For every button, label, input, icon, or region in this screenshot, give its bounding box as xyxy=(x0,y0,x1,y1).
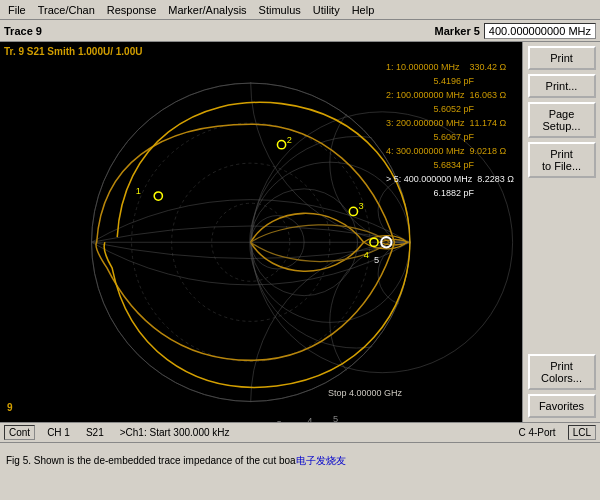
status-mode: Cont xyxy=(4,425,35,440)
button-panel: Print Print... PageSetup... Printto File… xyxy=(522,42,600,422)
chart-area: Tr. 9 S21 Smith 1.000U/ 1.00U xyxy=(0,42,522,422)
trace-title: Trace 9 xyxy=(4,25,42,37)
status-start: >Ch1: Start 300.000 kHz xyxy=(116,427,234,438)
menu-utility[interactable]: Utility xyxy=(307,3,346,17)
marker-data-overlay: 1: 10.000000 MHz 330.42 Ω 5.4196 pF 2: 1… xyxy=(386,60,514,200)
menu-trace-chan[interactable]: Trace/Chan xyxy=(32,3,101,17)
caption: Fig 5. Shown is the de-embedded trace im… xyxy=(0,442,600,478)
marker-row-2: 2: 100.000000 MHz 16.063 Ω xyxy=(386,88,514,102)
print-to-file-button[interactable]: Printto File... xyxy=(528,142,596,178)
marker-val-1b: 5.4196 pF xyxy=(386,74,514,88)
svg-text:2: 2 xyxy=(287,135,292,145)
menu-marker-analysis[interactable]: Marker/Analysis xyxy=(162,3,252,17)
svg-text:3: 3 xyxy=(276,419,281,422)
marker-row-4: 4: 300.000000 MHz 9.0218 Ω xyxy=(386,144,514,158)
stop-label: Stop 4.00000 GHz xyxy=(328,388,402,398)
marker-val-4b: 5.6834 pF xyxy=(386,158,514,172)
marker-val-2b: 5.6052 pF xyxy=(386,102,514,116)
status-port: C 4-Port xyxy=(514,427,559,438)
svg-text:5: 5 xyxy=(374,255,379,265)
print-colors-button[interactable]: PrintColors... xyxy=(528,354,596,390)
favorites-button[interactable]: Favorites xyxy=(528,394,596,418)
menu-stimulus[interactable]: Stimulus xyxy=(253,3,307,17)
marker-val-3b: 5.6067 pF xyxy=(386,130,514,144)
status-param: S21 xyxy=(82,427,108,438)
chart-trace-info: Tr. 9 S21 Smith 1.000U/ 1.00U xyxy=(4,46,142,57)
trace-number-badge: 9 xyxy=(4,401,16,414)
caption-source: 电子发烧友 xyxy=(296,454,346,468)
print-dialog-button[interactable]: Print... xyxy=(528,74,596,98)
svg-text:3: 3 xyxy=(359,201,364,211)
marker-info: Marker 5 400.000000000 MHz xyxy=(435,23,596,39)
marker-label: Marker 5 xyxy=(435,25,480,37)
caption-text: Fig 5. Shown is the de-embedded trace im… xyxy=(6,455,296,466)
status-channel: CH 1 xyxy=(43,427,74,438)
menu-response[interactable]: Response xyxy=(101,3,163,17)
svg-text:4: 4 xyxy=(307,416,312,422)
status-lcl: LCL xyxy=(568,425,596,440)
menu-file[interactable]: File xyxy=(2,3,32,17)
marker-val-5b: 6.1882 pF xyxy=(386,186,514,200)
svg-text:1: 1 xyxy=(136,186,141,196)
print-button[interactable]: Print xyxy=(528,46,596,70)
status-bar: Cont CH 1 S21 >Ch1: Start 300.000 kHz C … xyxy=(0,422,600,442)
marker-row-3: 3: 200.000000 MHz 11.174 Ω xyxy=(386,116,514,130)
title-bar: Trace 9 Marker 5 400.000000000 MHz xyxy=(0,20,600,42)
svg-text:5: 5 xyxy=(333,414,338,422)
menu-bar: File Trace/Chan Response Marker/Analysis… xyxy=(0,0,600,20)
marker-value: 400.000000000 MHz xyxy=(484,23,596,39)
marker-row-1: 1: 10.000000 MHz 330.42 Ω xyxy=(386,60,514,74)
marker-row-5-active: > 5: 400.000000 MHz 8.2283 Ω xyxy=(386,172,514,186)
menu-help[interactable]: Help xyxy=(346,3,381,17)
page-setup-button[interactable]: PageSetup... xyxy=(528,102,596,138)
svg-text:4: 4 xyxy=(364,250,369,260)
main-area: Tr. 9 S21 Smith 1.000U/ 1.00U xyxy=(0,42,600,422)
